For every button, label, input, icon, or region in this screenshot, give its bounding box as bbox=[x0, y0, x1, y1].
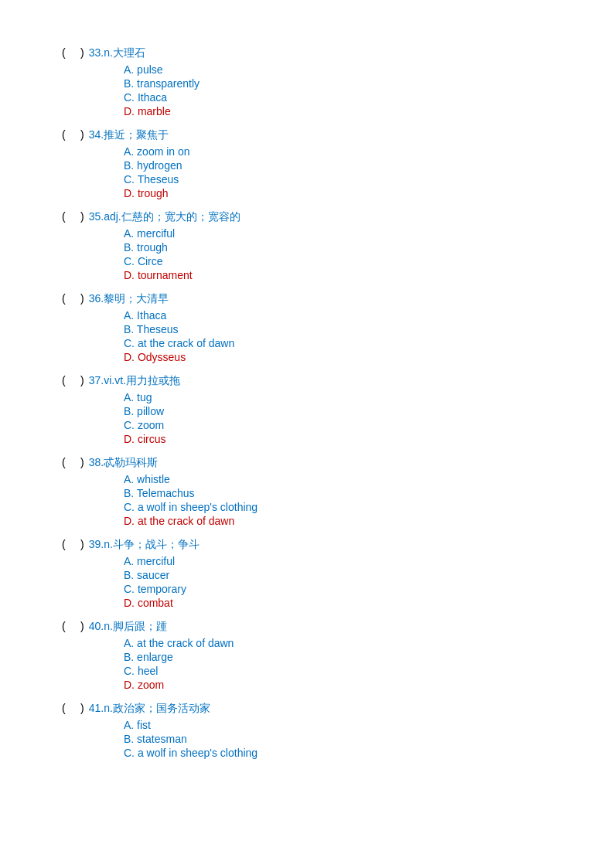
question-row-q36: ()36.黎明；大清早 bbox=[62, 292, 552, 306]
option-q37-a[interactable]: A. tug bbox=[124, 391, 552, 403]
option-q41-b[interactable]: B. statesman bbox=[124, 733, 552, 745]
bracket-right-q40[interactable]: ) bbox=[80, 620, 84, 632]
options-q41: A. fistB. statesmanC. a wolf in sheep's … bbox=[124, 719, 552, 759]
bracket-right-q35[interactable]: ) bbox=[80, 210, 84, 223]
option-q39-d[interactable]: D. combat bbox=[124, 597, 552, 609]
option-q33-a[interactable]: A. pulse bbox=[124, 63, 552, 76]
option-q38-d[interactable]: D. at the crack of dawn bbox=[124, 515, 552, 527]
option-q35-b[interactable]: B. trough bbox=[124, 241, 552, 254]
question-text-q39: 39.n.斗争；战斗；争斗 bbox=[89, 538, 200, 552]
option-q33-c[interactable]: C. Ithaca bbox=[124, 91, 552, 104]
bracket-right-q41[interactable]: ) bbox=[80, 702, 84, 714]
question-row-q33: ()33.n.大理石 bbox=[62, 46, 552, 60]
question-text-q35: 35.adj.仁慈的；宽大的；宽容的 bbox=[89, 210, 240, 224]
question-text-q34: 34.推近；聚焦于 bbox=[89, 128, 169, 142]
option-q36-a[interactable]: A. Ithaca bbox=[124, 309, 552, 322]
option-q40-a[interactable]: A. at the crack of dawn bbox=[124, 637, 552, 649]
option-q37-b[interactable]: B. pillow bbox=[124, 405, 552, 417]
question-block-q34: ()34.推近；聚焦于A. zoom in onB. hydrogenC. Th… bbox=[62, 128, 552, 199]
question-text-q33: 33.n.大理石 bbox=[89, 46, 145, 60]
option-q37-d[interactable]: D. circus bbox=[124, 433, 552, 445]
options-q34: A. zoom in onB. hydrogenC. TheseusD. tro… bbox=[124, 145, 552, 199]
option-q39-b[interactable]: B. saucer bbox=[124, 569, 552, 581]
options-q38: A. whistleB. TelemachusC. a wolf in shee… bbox=[124, 473, 552, 527]
option-q41-c[interactable]: C. a wolf in sheep's clothing bbox=[124, 747, 552, 759]
bracket-left-q41[interactable]: ( bbox=[62, 702, 77, 714]
question-block-q39: ()39.n.斗争；战斗；争斗A. mercifulB. saucerC. te… bbox=[62, 538, 552, 609]
question-block-q37: ()37.vi.vt.用力拉或拖A. tugB. pillowC. zoomD.… bbox=[62, 374, 552, 445]
bracket-left-q39[interactable]: ( bbox=[62, 538, 77, 550]
questions-container: ()33.n.大理石A. pulseB. transparentlyC. Ith… bbox=[62, 46, 552, 759]
option-q38-b[interactable]: B. Telemachus bbox=[124, 487, 552, 499]
bracket-left-q40[interactable]: ( bbox=[62, 620, 77, 632]
question-row-q41: ()41.n.政治家；国务活动家 bbox=[62, 702, 552, 716]
options-q33: A. pulseB. transparentlyC. IthacaD. marb… bbox=[124, 63, 552, 117]
option-q40-c[interactable]: C. heel bbox=[124, 665, 552, 677]
bracket-right-q36[interactable]: ) bbox=[80, 292, 84, 305]
question-text-q40: 40.n.脚后跟；踵 bbox=[89, 620, 167, 634]
option-q34-b[interactable]: B. hydrogen bbox=[124, 159, 552, 172]
options-q36: A. IthacaB. TheseusC. at the crack of da… bbox=[124, 309, 552, 363]
question-row-q38: ()38.忒勒玛科斯 bbox=[62, 456, 552, 470]
question-row-q39: ()39.n.斗争；战斗；争斗 bbox=[62, 538, 552, 552]
bracket-right-q33[interactable]: ) bbox=[80, 46, 84, 59]
bracket-left-q37[interactable]: ( bbox=[62, 374, 77, 386]
options-q39: A. mercifulB. saucerC. temporaryD. comba… bbox=[124, 555, 552, 609]
option-q40-b[interactable]: B. enlarge bbox=[124, 651, 552, 663]
options-q35: A. mercifulB. troughC. CirceD. tournamen… bbox=[124, 227, 552, 281]
option-q34-d[interactable]: D. trough bbox=[124, 187, 552, 199]
question-text-q41: 41.n.政治家；国务活动家 bbox=[89, 702, 210, 716]
option-q35-a[interactable]: A. merciful bbox=[124, 227, 552, 240]
option-q36-d[interactable]: D. Odysseus bbox=[124, 351, 552, 363]
option-q39-c[interactable]: C. temporary bbox=[124, 583, 552, 595]
question-row-q40: ()40.n.脚后跟；踵 bbox=[62, 620, 552, 634]
bracket-left-q33[interactable]: ( bbox=[62, 46, 77, 59]
option-q39-a[interactable]: A. merciful bbox=[124, 555, 552, 567]
option-q34-a[interactable]: A. zoom in on bbox=[124, 145, 552, 158]
bracket-left-q38[interactable]: ( bbox=[62, 456, 77, 468]
option-q33-b[interactable]: B. transparently bbox=[124, 77, 552, 90]
question-row-q35: ()35.adj.仁慈的；宽大的；宽容的 bbox=[62, 210, 552, 224]
question-text-q37: 37.vi.vt.用力拉或拖 bbox=[89, 374, 180, 388]
bracket-right-q34[interactable]: ) bbox=[80, 128, 84, 141]
question-block-q33: ()33.n.大理石A. pulseB. transparentlyC. Ith… bbox=[62, 46, 552, 117]
bracket-left-q36[interactable]: ( bbox=[62, 292, 77, 305]
option-q36-c[interactable]: C. at the crack of dawn bbox=[124, 337, 552, 349]
option-q34-c[interactable]: C. Theseus bbox=[124, 173, 552, 186]
question-text-q38: 38.忒勒玛科斯 bbox=[89, 456, 158, 470]
option-q40-d[interactable]: D. zoom bbox=[124, 679, 552, 691]
bracket-right-q37[interactable]: ) bbox=[80, 374, 84, 386]
option-q41-a[interactable]: A. fist bbox=[124, 719, 552, 731]
option-q33-d[interactable]: D. marble bbox=[124, 105, 552, 117]
option-q35-c[interactable]: C. Circe bbox=[124, 255, 552, 267]
bracket-right-q38[interactable]: ) bbox=[80, 456, 84, 468]
options-q37: A. tugB. pillowC. zoomD. circus bbox=[124, 391, 552, 445]
question-block-q41: ()41.n.政治家；国务活动家A. fistB. statesmanC. a … bbox=[62, 702, 552, 759]
option-q38-c[interactable]: C. a wolf in sheep's clothing bbox=[124, 501, 552, 513]
bracket-left-q34[interactable]: ( bbox=[62, 128, 77, 141]
question-block-q35: ()35.adj.仁慈的；宽大的；宽容的A. mercifulB. trough… bbox=[62, 210, 552, 281]
question-text-q36: 36.黎明；大清早 bbox=[89, 292, 169, 306]
question-block-q38: ()38.忒勒玛科斯A. whistleB. TelemachusC. a wo… bbox=[62, 456, 552, 527]
option-q36-b[interactable]: B. Theseus bbox=[124, 323, 552, 335]
option-q37-c[interactable]: C. zoom bbox=[124, 419, 552, 431]
option-q35-d[interactable]: D. tournament bbox=[124, 269, 552, 281]
bracket-left-q35[interactable]: ( bbox=[62, 210, 77, 223]
question-row-q34: ()34.推近；聚焦于 bbox=[62, 128, 552, 142]
option-q38-a[interactable]: A. whistle bbox=[124, 473, 552, 485]
question-block-q36: ()36.黎明；大清早A. IthacaB. TheseusC. at the … bbox=[62, 292, 552, 363]
options-q40: A. at the crack of dawnB. enlargeC. heel… bbox=[124, 637, 552, 691]
bracket-right-q39[interactable]: ) bbox=[80, 538, 84, 550]
question-block-q40: ()40.n.脚后跟；踵A. at the crack of dawnB. en… bbox=[62, 620, 552, 691]
question-row-q37: ()37.vi.vt.用力拉或拖 bbox=[62, 374, 552, 388]
